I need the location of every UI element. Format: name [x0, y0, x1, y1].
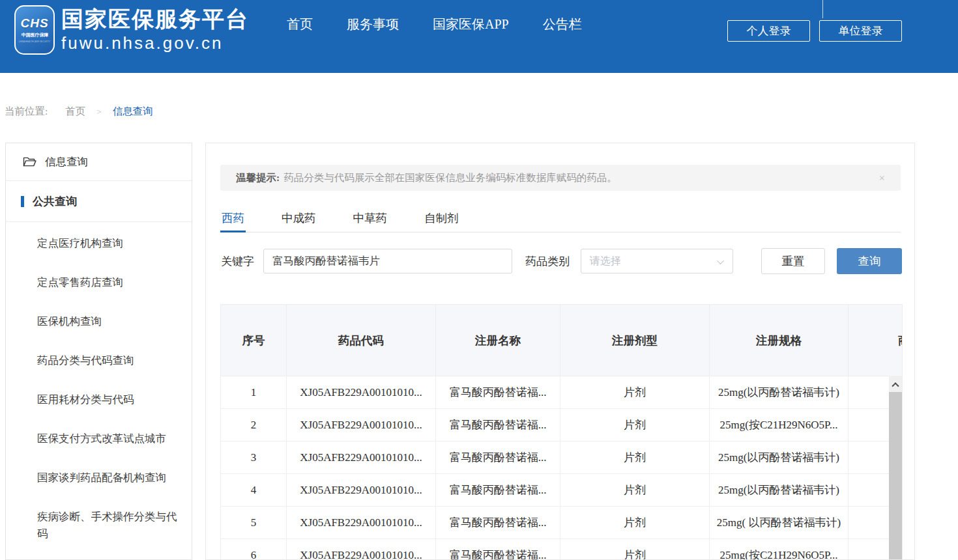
- chevron-up-icon: [892, 382, 899, 389]
- chs-logo-text: CHS: [20, 17, 48, 30]
- cell-dosage-form: 片剂: [560, 376, 710, 409]
- cell-dosage-form: 片剂: [560, 539, 710, 560]
- chevron-down-icon: [717, 257, 724, 264]
- table-vertical-scrollbar[interactable]: [889, 376, 902, 560]
- tab[interactable]: 自制剂: [423, 206, 460, 232]
- cell-dosage-form: 片剂: [560, 474, 710, 507]
- breadcrumb-prefix: 当前位置:: [5, 105, 48, 119]
- login-group: 个人登录 单位登录: [727, 20, 902, 42]
- keyword-input[interactable]: [263, 249, 512, 273]
- cell-specification: 25mg( 以丙酚替诺福韦计): [710, 507, 849, 539]
- main-nav: 首页 服务事项 国家医保APP 公告栏: [287, 16, 582, 33]
- col-header-specification: 注册规格: [710, 305, 849, 376]
- cell-dosage-form: 片剂: [560, 441, 710, 474]
- cell-seq: 5: [221, 507, 287, 539]
- sidebar-menu: 定点医疗机构查询 定点零售药店查询 医保机构查询 药品分类与代码查询 医用耗材分…: [6, 222, 192, 555]
- nav-item[interactable]: 国家医保APP: [433, 16, 509, 33]
- col-header-dosage-form: 注册剂型: [560, 305, 710, 376]
- sidebar-item-public-query[interactable]: 公共查询: [6, 181, 192, 222]
- top-header: CHS 中国医疗保障 CHINA HEALTHCARE SECURITY 国家医…: [0, 0, 958, 73]
- breadcrumb-current-link[interactable]: 信息查询: [113, 105, 153, 119]
- sidebar-menu-item[interactable]: 药品分类与代码查询: [6, 341, 192, 380]
- cell-seq: 4: [221, 474, 287, 507]
- table-row[interactable]: 3 XJ05AFB229A00101010... 富马酸丙酚替诺福... 片剂 …: [221, 441, 903, 474]
- table-row[interactable]: 1 XJ05AFB229A00101010... 富马酸丙酚替诺福... 片剂 …: [221, 376, 903, 409]
- nav-item[interactable]: 公告栏: [543, 16, 582, 33]
- folder-icon: [23, 156, 36, 167]
- cell-dosage-form: 片剂: [560, 409, 710, 441]
- category-select[interactable]: 请选择: [581, 249, 733, 273]
- notice-bar: 温馨提示: 药品分类与代码展示全部在国家医保信息业务编码标准数据库赋码的药品。 …: [220, 165, 901, 191]
- nav-item[interactable]: 首页: [287, 16, 313, 33]
- cell-seq: 1: [221, 376, 287, 409]
- cell-drug-code: XJ05AFB229A00101010...: [287, 409, 436, 441]
- cell-registered-name: 富马酸丙酚替诺福...: [436, 376, 560, 409]
- chs-logo-subtext: 中国医疗保障: [21, 32, 48, 38]
- cell-registered-name: 富马酸丙酚替诺福...: [436, 474, 560, 507]
- search-filter-row: 关键字 药品类别 请选择 重置 查询: [220, 248, 901, 274]
- table-row[interactable]: 2 XJ05AFB229A00101010... 富马酸丙酚替诺福... 片剂 …: [221, 409, 903, 441]
- sidebar-menu-item[interactable]: 国家谈判药品配备机构查询: [6, 458, 192, 497]
- cell-specification: 25mg(以丙酚替诺福韦计): [710, 441, 849, 474]
- cell-drug-code: XJ05AFB229A00101010...: [287, 507, 436, 539]
- sidebar-menu-item[interactable]: 定点医疗机构查询: [6, 224, 192, 263]
- keyword-label: 关键字: [221, 254, 254, 269]
- cell-specification: 25mg(按C21H29N6O5P...: [710, 539, 849, 560]
- cell-drug-code: XJ05AFB229A00101010...: [287, 441, 436, 474]
- breadcrumb: 当前位置: 首页 > 信息查询: [5, 105, 153, 119]
- login-button[interactable]: 单位登录: [819, 20, 902, 42]
- scroll-up-button[interactable]: [889, 376, 902, 392]
- login-button[interactable]: 个人登录: [727, 20, 810, 42]
- drug-type-tabs: 西药 中成药 中草药 自制剂: [220, 206, 901, 232]
- table-body: 1 XJ05AFB229A00101010... 富马酸丙酚替诺福... 片剂 …: [221, 376, 903, 560]
- scrollbar-thumb[interactable]: [889, 392, 902, 560]
- sidebar-menu-item[interactable]: 医用耗材分类与代码: [6, 380, 192, 419]
- chs-logo-english: CHINA HEALTHCARE SECURITY: [18, 40, 50, 43]
- col-header-seq: 序号: [221, 305, 287, 376]
- site-url: fuwu.nhsa.gov.cn: [61, 32, 249, 54]
- col-header-registered-name: 注册名称: [436, 305, 560, 376]
- cell-seq: 3: [221, 441, 287, 474]
- category-placeholder: 请选择: [590, 255, 621, 268]
- reset-button[interactable]: 重置: [761, 248, 825, 274]
- header-top-divider: [822, 0, 823, 18]
- sidebar-item-info-query[interactable]: 信息查询: [6, 143, 192, 181]
- sidebar-root-label: 信息查询: [45, 155, 88, 169]
- site-logo[interactable]: CHS 中国医疗保障 CHINA HEALTHCARE SECURITY 国家医…: [14, 5, 249, 55]
- category-label: 药品类别: [525, 254, 570, 269]
- cell-specification: 25mg(以丙酚替诺福韦计): [710, 376, 849, 409]
- table-row[interactable]: 4 XJ05AFB229A00101010... 富马酸丙酚替诺福... 片剂 …: [221, 474, 903, 507]
- notice-label: 温馨提示:: [236, 171, 280, 185]
- active-section-marker: [21, 196, 24, 207]
- tab[interactable]: 中草药: [352, 206, 389, 232]
- cell-specification: 25mg(以丙酚替诺福韦计): [710, 474, 849, 507]
- cell-drug-code: XJ05AFB229A00101010...: [287, 474, 436, 507]
- results-table: 序号 药品代码 注册名称 注册剂型 注册规格 商 1 XJ05AFB229A00…: [220, 304, 903, 560]
- table-row[interactable]: 6 XJ05AFB229A00101010... 富马酸丙酚替诺福... 片剂 …: [221, 539, 903, 560]
- sidebar-menu-item[interactable]: 医保支付方式改革试点城市: [6, 419, 192, 458]
- breadcrumb-home-link[interactable]: 首页: [65, 105, 85, 119]
- col-header-partial: 商: [849, 305, 903, 376]
- tab[interactable]: 西药: [220, 206, 246, 232]
- sidebar-menu-item[interactable]: 定点零售药店查询: [6, 263, 192, 302]
- cell-registered-name: 富马酸丙酚替诺福...: [436, 409, 560, 441]
- close-icon[interactable]: ×: [878, 173, 885, 184]
- table-row[interactable]: 5 XJ05AFB229A00101010... 富马酸丙酚替诺福... 片剂 …: [221, 507, 903, 539]
- breadcrumb-separator: >: [96, 107, 101, 117]
- notice-text: 药品分类与代码展示全部在国家医保信息业务编码标准数据库赋码的药品。: [283, 171, 617, 185]
- cell-drug-code: XJ05AFB229A00101010...: [287, 376, 436, 409]
- cell-dosage-form: 片剂: [560, 507, 710, 539]
- chs-logo-badge: CHS 中国医疗保障 CHINA HEALTHCARE SECURITY: [14, 5, 55, 55]
- cell-seq: 6: [221, 539, 287, 560]
- results-table-wrap: 序号 药品代码 注册名称 注册剂型 注册规格 商 1 XJ05AFB229A00…: [220, 304, 902, 560]
- sidebar-menu-item[interactable]: 医保机构查询: [6, 302, 192, 341]
- table-header-row: 序号 药品代码 注册名称 注册剂型 注册规格 商: [221, 305, 903, 376]
- cell-drug-code: XJ05AFB229A00101010...: [287, 539, 436, 560]
- nav-item[interactable]: 服务事项: [347, 16, 399, 33]
- sidebar-menu-item[interactable]: 疾病诊断、手术操作分类与代码: [6, 497, 192, 553]
- tab[interactable]: 中成药: [280, 206, 317, 232]
- cell-seq: 2: [221, 409, 287, 441]
- cell-registered-name: 富马酸丙酚替诺福...: [436, 539, 560, 560]
- site-titles: 国家医保服务平台 fuwu.nhsa.gov.cn: [61, 6, 249, 54]
- query-button[interactable]: 查询: [837, 248, 902, 274]
